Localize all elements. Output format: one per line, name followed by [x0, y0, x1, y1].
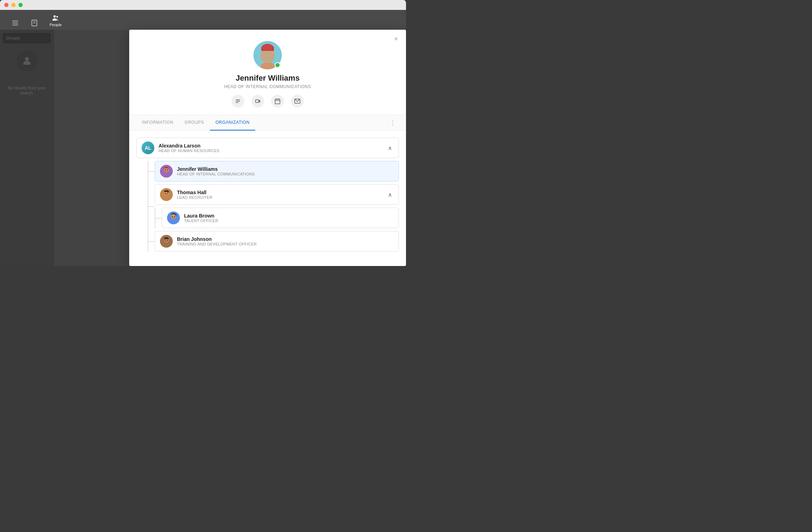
svg-point-30	[172, 216, 173, 218]
org-node-brian[interactable]: Brian Johnson TRAINING AND DEVELOPMENT O…	[155, 231, 399, 251]
minimize-button[interactable]	[11, 3, 16, 7]
quote-button[interactable]	[231, 95, 244, 108]
svg-rect-15	[275, 99, 280, 104]
org-avatar-laura	[167, 212, 180, 224]
maximize-button[interactable]	[18, 3, 23, 7]
org-role-alexandra: HEAD OF HUMAN RESOURCES	[159, 149, 387, 153]
svg-point-22	[165, 169, 166, 170]
svg-point-13	[269, 53, 270, 55]
org-child-brian: Brian Johnson TRAINING AND DEVELOPMENT O…	[148, 231, 399, 251]
org-role-jennifer: HEAD OF INTERNAL COMMUNICATIONS	[177, 172, 394, 176]
org-collapse-alexandra[interactable]: ∧	[387, 143, 394, 153]
org-node-thomas[interactable]: Thomas Hall LEAD RECRUITER ∧	[155, 184, 399, 205]
org-chart: AL Alexandra Larson HEAD OF HUMAN RESOUR…	[129, 131, 406, 266]
online-status-indicator	[275, 62, 280, 68]
tab-organization[interactable]: ORGANIZATION	[210, 115, 255, 131]
org-role-thomas: LEAD RECRUITER	[177, 195, 387, 200]
org-node-alexandra[interactable]: AL Alexandra Larson HEAD OF HUMAN RESOUR…	[136, 138, 399, 158]
svg-point-12	[265, 53, 267, 55]
profile-header: Jennifer Williams HEAD OF INTERNAL COMMU…	[129, 30, 406, 115]
video-call-button[interactable]	[251, 95, 264, 108]
calendar-button[interactable]	[271, 95, 284, 108]
profile-modal: ×	[129, 30, 406, 266]
org-grandchildren-level: Laura Brown TALENT OFFICER	[155, 208, 399, 228]
nav-people[interactable]: People	[44, 11, 67, 30]
svg-rect-0	[12, 21, 18, 22]
nav-hamburger[interactable]	[6, 16, 25, 30]
svg-point-31	[174, 216, 175, 218]
tabs-more-button[interactable]: ⋮	[387, 116, 399, 129]
svg-point-34	[165, 240, 166, 241]
email-button[interactable]	[291, 95, 304, 108]
org-node-jennifer[interactable]: Jennifer Williams HEAD OF INTERNAL COMMU…	[155, 161, 399, 181]
app-background: People Groups No results from your searc…	[0, 10, 406, 266]
window-chrome	[0, 0, 406, 10]
modal-close-button[interactable]: ×	[392, 35, 400, 43]
org-child-jennifer: Jennifer Williams HEAD OF INTERNAL COMMU…	[148, 161, 399, 181]
svg-point-10	[261, 44, 274, 54]
svg-point-26	[165, 193, 166, 194]
nav-wiki[interactable]	[25, 16, 44, 30]
org-name-brian: Brian Johnson	[177, 236, 394, 242]
org-grandchild-laura: Laura Brown TALENT OFFICER	[155, 208, 399, 228]
org-name-jennifer: Jennifer Williams	[177, 166, 394, 172]
profile-name: Jennifer Williams	[236, 74, 300, 83]
svg-point-7	[56, 16, 58, 18]
org-avatar-alexandra: AL	[142, 141, 154, 154]
tab-information[interactable]: INFORMATION	[136, 115, 179, 131]
close-button[interactable]	[4, 3, 8, 7]
org-node-laura[interactable]: Laura Brown TALENT OFFICER	[162, 208, 399, 228]
org-name-thomas: Thomas Hall	[177, 190, 387, 195]
svg-point-35	[167, 240, 168, 241]
org-name-alexandra: Alexandra Larson	[159, 143, 387, 149]
org-avatar-thomas	[160, 188, 173, 201]
nav-people-label: People	[50, 23, 62, 27]
org-role-brian: TRAINING AND DEVELOPMENT OFFICER	[177, 242, 394, 246]
svg-point-27	[167, 193, 168, 194]
svg-point-6	[53, 15, 56, 17]
org-avatar-brian	[160, 235, 173, 248]
org-child-thomas: Thomas Hall LEAD RECRUITER ∧	[148, 184, 399, 228]
avatar-wrapper	[253, 41, 282, 69]
org-parent-level: AL Alexandra Larson HEAD OF HUMAN RESOUR…	[136, 138, 399, 158]
svg-rect-1	[12, 23, 18, 23]
svg-point-23	[167, 169, 168, 170]
tab-groups[interactable]: GROUPS	[179, 115, 210, 131]
org-collapse-thomas[interactable]: ∧	[387, 190, 394, 200]
svg-rect-2	[12, 25, 18, 25]
profile-job-title: HEAD OF INTERNAL COMMUNICATIONS	[224, 84, 311, 89]
org-avatar-jennifer	[160, 165, 173, 178]
top-nav: People	[0, 10, 406, 30]
action-icons-row	[231, 95, 304, 108]
tabs-bar: INFORMATION GROUPS ORGANIZATION ⋮	[129, 115, 406, 131]
org-role-laura: TALENT OFFICER	[184, 219, 394, 223]
svg-point-11	[263, 49, 273, 60]
org-children-level: Jennifer Williams HEAD OF INTERNAL COMMU…	[148, 161, 399, 251]
org-name-laura: Laura Brown	[184, 213, 394, 219]
